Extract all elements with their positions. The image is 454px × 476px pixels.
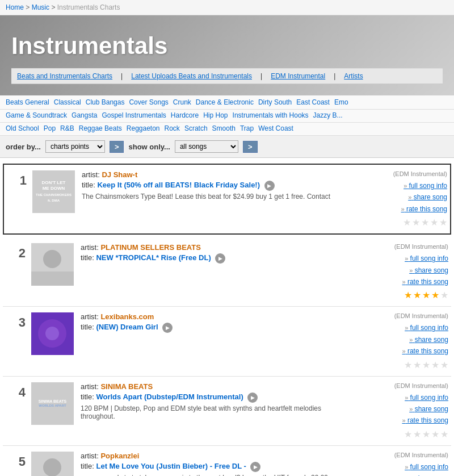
genre-classical[interactable]: Classical [54,98,81,106]
song-info-3: artist: Lexibanks.com title: (NEW) Dream… [81,312,358,335]
rate-song-4[interactable]: » rate this song [363,415,448,426]
rank-4: 4 [6,382,26,400]
nav-tabs: Beats and Instrumentals Charts | Latest … [11,68,443,84]
breadcrumb-music[interactable]: Music [32,3,49,11]
genre-jazzy[interactable]: Jazzy B... [313,111,343,119]
artist-name-4: artist: SINIMA BEATS [81,382,358,391]
order-go-button[interactable]: > [110,141,124,153]
breadcrumb-home[interactable]: Home [6,3,24,11]
song-title-5: title: Let Me Love You (Justin Bieber) -… [81,462,358,472]
genre-gangsta[interactable]: Gangsta [72,111,97,119]
full-song-info-1[interactable]: » full song info [362,180,447,191]
full-song-info-2[interactable]: » full song info [363,253,448,264]
share-song-5[interactable]: » share song [363,473,448,476]
genre-beats-general[interactable]: Beats General [6,98,49,106]
play-button-3[interactable]: ▶ [162,323,173,333]
genre-reggaeton[interactable]: Reggaeton [127,124,160,132]
share-song-1[interactable]: » share song [362,191,447,203]
genre-dirty-south[interactable]: Dirty South [258,98,292,106]
genre-nav-line3: Old School Pop R&B Reggae Beats Reggaeto… [0,123,454,136]
full-song-info-5[interactable]: » full song info [363,461,448,473]
play-button-1[interactable]: ▶ [264,181,275,191]
chart-item-3: 3 artist: Lexibanks.com title: (NEW) Dre… [3,307,451,376]
stars-4: ★ ★ ★ ★ ★ [363,429,448,440]
share-song-3[interactable]: » share song [363,334,448,345]
genre-scratch[interactable]: Scratch [184,124,208,132]
genre-rnb[interactable]: R&B [60,124,74,132]
song-info-4: artist: SINIMA BEATS title: Worlds Apart… [81,382,358,420]
thumbnail-3 [31,312,74,355]
artist-name-2: artist: PLATINUM SELLERS BEATS [81,243,358,252]
category-3: (EDM Instrumental) [363,312,448,319]
tab-beats-charts[interactable]: Beats and Instrumentals Charts [17,72,112,80]
genre-hip-hop[interactable]: Hip Hop [203,111,228,119]
song-info-2: artist: PLATINUM SELLERS BEATS title: NE… [81,243,358,265]
song-desc-4: 120 BPM | Dubstep, Pop and EDM style bea… [81,404,358,420]
genre-east-coast[interactable]: East Coast [296,98,330,106]
share-song-4[interactable]: » share song [363,403,448,415]
genre-game-soundtrack[interactable]: Game & Soundtrack [6,111,67,119]
actions-1: » full song info » share song » rate thi… [362,180,447,215]
genre-crunk[interactable]: Crunk [173,98,191,106]
tab-edm[interactable]: EDM Instrumental [271,72,325,80]
genre-trap[interactable]: Trap [240,124,254,132]
song-title-3: title: (NEW) Dream Girl ▶ [81,323,358,333]
category-1: (EDM Instrumental) [362,170,447,177]
full-song-info-3[interactable]: » full song info [363,322,448,333]
stars-1: ★ ★ ★ ★ ★ [362,217,447,228]
banner: Instrumentals Beats and Instrumentals Ch… [0,15,454,95]
show-label: show only... [128,143,170,151]
show-select[interactable]: all songs free downloads [175,140,238,153]
order-select[interactable]: charts points latest uploads most plays [45,140,105,153]
genre-hardcore[interactable]: Hardcore [171,111,199,119]
svg-point-5 [45,327,59,340]
song-title-4: title: Worlds Apart (Dubstep/EDM Instrum… [81,393,358,403]
chart-item-4: 4 SINIMA BEATSWORLDS APART artist: SINIM… [3,377,451,446]
genre-rock[interactable]: Rock [165,124,180,132]
tab-artists[interactable]: Artists [344,72,363,80]
song-desc-5: are you ready to to take your music to t… [81,474,358,476]
genre-emo[interactable]: Emo [334,98,348,106]
artist-name-5: artist: Popkanzlei [81,452,358,460]
full-song-info-4[interactable]: » full song info [363,392,448,403]
play-button-4[interactable]: ▶ [247,393,258,403]
genre-smooth[interactable]: Smooth [212,124,236,132]
genre-cover-songs[interactable]: Cover Songs [129,98,168,106]
stars-2: ★ ★ ★ ★ ★ [363,290,448,300]
rate-song-3[interactable]: » rate this song [363,345,448,357]
genre-pop[interactable]: Pop [44,124,56,132]
play-button-5[interactable]: ▶ [250,462,260,472]
thumbnail-1: DON'T LETME DOWNTHE CHAINSMOKERSft. DMA [32,170,75,213]
song-info-1: artist: DJ Shaw-t title: Keep It (50% of… [82,170,356,201]
actions-4: » full song info » share song » rate thi… [363,392,448,427]
genre-instrumentals-hooks[interactable]: Instrumentals with Hooks [233,111,309,119]
genre-gospel[interactable]: Gospel Instrumentals [102,111,166,119]
rank-3: 3 [6,312,26,330]
song-title-2: title: NEW *TROPICAL* Rise (Free DL) ▶ [81,253,358,264]
rate-song-1[interactable]: » rate this song [362,203,447,215]
genre-club-bangas[interactable]: Club Bangas [86,98,125,106]
song-meta-1: (EDM Instrumental) » full song info » sh… [356,170,447,228]
artist-name-3: artist: Lexibanks.com [81,312,358,321]
category-2: (EDM Instrumental) [363,243,448,250]
genre-dance-electronic[interactable]: Dance & Electronic [196,98,254,106]
song-meta-3: (EDM Instrumental) » full song info » sh… [358,312,448,370]
page-title: Instrumentals [11,32,443,60]
show-go-button[interactable]: > [243,141,258,153]
thumbnail-2 [31,243,74,286]
genre-old-school[interactable]: Old School [6,124,39,132]
genre-west-coast[interactable]: West Coast [258,124,293,132]
rate-song-2[interactable]: » rate this song [363,276,448,287]
song-desc-1: The Chainsmokers Type Beat! Lease this b… [82,193,356,201]
chart-list: 1 DON'T LETME DOWNTHE CHAINSMOKERSft. DM… [0,158,454,476]
share-song-2[interactable]: » share song [363,265,448,276]
thumbnail-5 [31,452,74,476]
song-info-5: artist: Popkanzlei title: Let Me Love Yo… [81,452,358,476]
breadcrumb: Home > Music > Instrumentals Charts [0,0,454,15]
stars-3: ★ ★ ★ ★ ★ [363,360,448,370]
genre-reggae[interactable]: Reggae Beats [79,124,122,132]
tab-latest-uploads[interactable]: Latest Uploads Beats and Instrumentals [131,72,252,80]
song-title-1: title: Keep It (50% off all BEATS! Black… [82,181,356,191]
play-button-2[interactable]: ▶ [215,253,225,264]
song-meta-4: (EDM Instrumental) » full song info » sh… [358,382,448,440]
